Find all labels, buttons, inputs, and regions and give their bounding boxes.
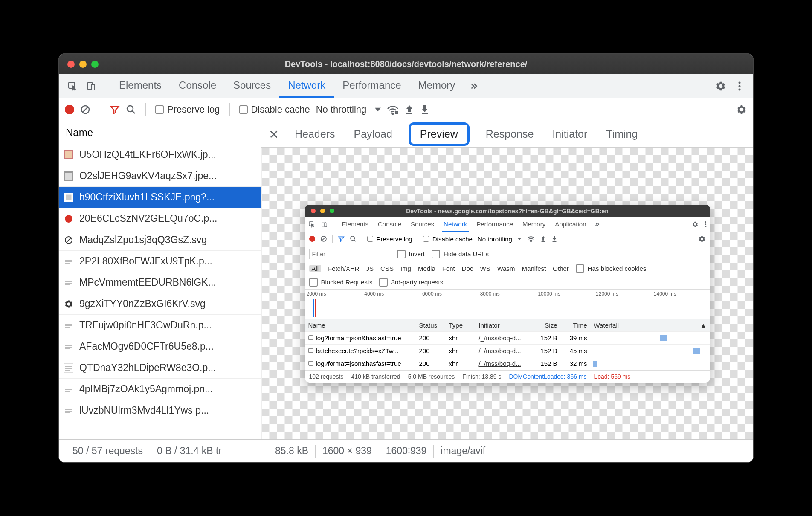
request-row[interactable]: lUvzbNUlrm3Mvd4Ll1Yws p... (59, 400, 261, 421)
inspect-icon[interactable] (64, 78, 81, 95)
settings-icon[interactable] (712, 78, 729, 95)
panel-tab-sources[interactable]: Sources (225, 74, 279, 98)
svg-rect-59 (552, 241, 556, 242)
download-har-icon[interactable] (420, 104, 429, 115)
inner-panel-tab-memory: Memory (521, 217, 547, 232)
filter-type-img: Img (400, 265, 411, 272)
upload-har-icon[interactable] (405, 104, 414, 115)
svg-rect-43 (65, 389, 72, 390)
request-row[interactable]: 2P2L80XfBoFWJFxU9TpK.p... (59, 251, 261, 272)
request-list[interactable]: U5OHzQL4tEKFr6OFIxWK.jp...O2slJEHG9avKV4… (59, 144, 261, 439)
throttling-select[interactable]: No throttling (316, 104, 381, 115)
request-row[interactable]: 4pIMBj7zOAk1y5Agmmoj.pn... (59, 379, 261, 400)
detail-tab-initiator[interactable]: Initiator (550, 126, 590, 142)
svg-rect-46 (65, 409, 72, 410)
svg-rect-44 (65, 391, 70, 392)
panel-tab-network[interactable]: Network (279, 74, 334, 98)
preserve-log-checkbox[interactable]: Preserve log (155, 104, 220, 115)
svg-point-52 (705, 221, 706, 223)
chevron-down-icon (375, 107, 381, 113)
column-header-name: Name (305, 319, 416, 331)
name-column-header[interactable]: Name (59, 121, 261, 144)
request-row[interactable]: MadqZslZpo1sj3qQ3GsZ.svg (59, 229, 261, 251)
load-time: Load: 569 ms (594, 373, 631, 380)
filter-icon[interactable] (110, 104, 120, 115)
settings-icon (692, 221, 699, 228)
request-row[interactable]: O2slJEHG9avKV4aqzSx7.jpe... (59, 165, 261, 187)
device-toggle-icon[interactable] (83, 78, 100, 95)
filter-type-other: Other (553, 265, 569, 272)
mime-type: image/avif (434, 445, 492, 457)
request-row[interactable]: 20E6CLcSzNV2GELQu7oC.p... (59, 208, 261, 229)
filter-type-wasm: Wasm (497, 265, 515, 272)
panel-settings-icon[interactable] (736, 104, 747, 115)
svg-rect-35 (65, 347, 72, 348)
filter-type-all: All (309, 265, 322, 272)
timeline-tick: 14000 ms (652, 290, 710, 319)
detail-tab-timing[interactable]: Timing (603, 126, 640, 142)
timeline-tick: 4000 ms (362, 290, 420, 319)
detail-tabs: HeadersPayloadPreviewResponseInitiatorTi… (261, 121, 753, 148)
inner-panel-tabs: ElementsConsoleSourcesNetworkPerformance… (305, 217, 710, 232)
timeline-tick: 12000 ms (594, 290, 652, 319)
search-icon[interactable] (126, 104, 136, 115)
download-har-icon (551, 235, 557, 242)
table-row: log?format=json&hasfast=true200xhr/_/mss… (305, 332, 710, 345)
image-generic-icon (64, 363, 73, 373)
request-name: 4pIMBj7zOAk1y5Agmmoj.pn... (79, 383, 213, 395)
panel-tab-console[interactable]: Console (170, 74, 225, 98)
disable-cache-checkbox[interactable]: Disable cache (239, 104, 310, 115)
inner-titlebar: DevTools - news.google.com/topstories?hl… (305, 205, 710, 217)
panel-tab-elements[interactable]: Elements (110, 74, 170, 98)
svg-gear-icon (64, 299, 73, 309)
panel-tabs: ElementsConsoleSourcesNetworkPerformance… (59, 74, 753, 98)
more-panels-icon[interactable] (465, 78, 482, 95)
close-detail-icon[interactable] (269, 130, 278, 139)
detail-tab-response[interactable]: Response (483, 126, 536, 142)
request-row[interactable]: MPcVmmemtEEDURBN6lGK... (59, 272, 261, 293)
table-row: batchexecute?rpcids=xZTw...200xhr/_/mss/… (305, 345, 710, 357)
svg-rect-14 (65, 151, 72, 158)
divider (229, 103, 230, 116)
inner-panel-tab-network: Network (442, 217, 469, 232)
request-name: MPcVmmemtEEDURBN6lGK... (79, 277, 216, 288)
request-row[interactable]: AFacMOgv6D0CFTr6U5e8.p... (59, 336, 261, 357)
svg-rect-42 (65, 388, 72, 388)
detail-tab-headers[interactable]: Headers (292, 126, 338, 142)
request-row[interactable]: h90CtfziXluvh1LSSKJE.png?... (59, 187, 261, 208)
image-generic-icon (64, 321, 73, 330)
detail-tab-payload[interactable]: Payload (351, 126, 395, 142)
svg-rect-30 (65, 324, 72, 325)
search-icon (350, 235, 357, 242)
request-row[interactable]: TRFujw0pi0nHF3GwDuRn.p... (59, 315, 261, 336)
svg-rect-36 (65, 348, 70, 349)
detail-tab-preview[interactable]: Preview (409, 122, 470, 146)
request-row[interactable]: U5OHzQL4tEKFr6OFIxWK.jp... (59, 144, 261, 165)
close-window-icon[interactable] (67, 61, 75, 68)
kebab-menu-icon (705, 221, 707, 228)
record-button[interactable] (65, 105, 74, 114)
network-conditions-icon[interactable] (387, 104, 399, 115)
minimize-window-icon[interactable] (79, 61, 87, 68)
svg-rect-28 (65, 284, 70, 285)
request-row[interactable]: QTDnaY32hLDipeRW8e3O.p... (59, 357, 261, 379)
column-header-time: Time (561, 319, 591, 331)
svg-blocked-icon (64, 235, 73, 245)
throttling-value: No throttling (478, 235, 512, 243)
panel-tab-performance[interactable]: Performance (334, 74, 409, 98)
kebab-menu-icon[interactable] (731, 78, 748, 95)
minimize-window-icon (320, 209, 325, 213)
clear-icon[interactable] (80, 104, 90, 115)
panel-tab-memory[interactable]: Memory (410, 74, 464, 98)
maximize-window-icon[interactable] (91, 61, 99, 68)
svg-rect-16 (65, 173, 72, 180)
column-header-waterfall: Waterfall▲ (591, 319, 710, 331)
inner-request-table: NameStatusTypeInitiatorSizeTimeWaterfall… (305, 319, 710, 370)
maximize-window-icon (330, 209, 334, 213)
timeline-tick: 2000 ms (305, 290, 363, 319)
request-row[interactable]: 9gzXiTYY0nZzBxGI6KrV.svg (59, 293, 261, 315)
inner-traffic-lights (311, 209, 334, 213)
filter-icon (338, 235, 345, 242)
svg-rect-12 (422, 113, 428, 114)
transferred-size: 0 B / 31.4 kB tr (150, 445, 229, 457)
